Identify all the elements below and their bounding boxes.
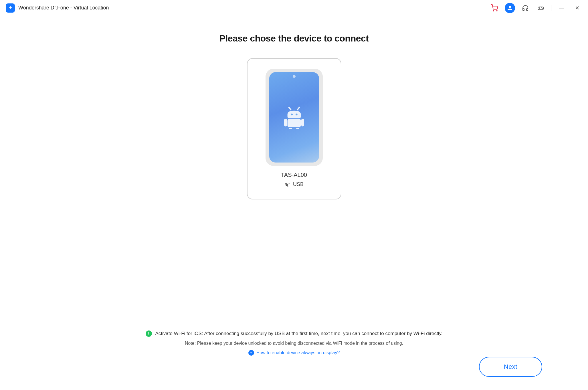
page-title: Please chose the device to connect — [219, 33, 369, 44]
titlebar-right: — ✕ — [489, 3, 582, 13]
user-icon — [507, 5, 513, 11]
device-name: TAS-AL00 — [281, 172, 307, 178]
phone-illustration — [266, 69, 323, 166]
wifi-notice-text: Activate Wi-Fi for iOS: After connecting… — [155, 331, 443, 336]
info-icon: ! — [146, 330, 152, 337]
cart-icon[interactable] — [489, 3, 500, 13]
titlebar-left: + Wondershare Dr.Fone - Virtual Location — [6, 3, 109, 13]
user-avatar[interactable] — [505, 3, 515, 13]
phone-screen — [269, 72, 319, 163]
phone-notch — [293, 75, 296, 78]
help-link-text: How to enable device always on display? — [256, 350, 340, 355]
svg-point-0 — [493, 10, 494, 11]
svg-point-9 — [291, 114, 293, 116]
svg-rect-15 — [296, 128, 299, 129]
info-section: ! Activate Wi-Fi for iOS: After connecti… — [94, 330, 494, 356]
android-robot-icon — [283, 106, 306, 129]
svg-line-7 — [289, 107, 291, 110]
app-title: Wondershare Dr.Fone - Virtual Location — [18, 5, 109, 11]
svg-rect-13 — [301, 119, 304, 126]
gamepad-icon[interactable] — [536, 3, 546, 13]
titlebar: + Wondershare Dr.Fone - Virtual Location — [0, 0, 588, 16]
app-logo: + — [6, 3, 15, 13]
note-text: Note: Please keep your device unlocked t… — [185, 341, 403, 346]
minimize-button[interactable]: — — [557, 3, 567, 13]
device-card[interactable]: TAS-AL00 USB — [247, 58, 341, 199]
svg-rect-11 — [287, 119, 301, 127]
headphone-icon[interactable] — [520, 3, 530, 13]
connection-type: USB — [284, 181, 304, 187]
svg-point-1 — [497, 10, 497, 11]
cart-svg — [491, 4, 498, 12]
svg-point-10 — [296, 114, 298, 116]
next-button[interactable]: Next — [479, 357, 542, 377]
gamepad-svg — [537, 5, 544, 11]
svg-rect-12 — [284, 119, 287, 126]
svg-point-4 — [542, 7, 542, 8]
svg-rect-6 — [538, 7, 544, 10]
connection-label: USB — [293, 181, 304, 187]
wifi-notice: ! Activate Wi-Fi for iOS: After connecti… — [146, 330, 443, 337]
svg-rect-14 — [289, 128, 292, 129]
separator — [551, 5, 551, 11]
main-content: Please chose the device to connect — [0, 16, 588, 390]
svg-point-5 — [542, 8, 543, 8]
svg-line-8 — [297, 107, 299, 110]
usb-icon — [284, 181, 291, 187]
help-link[interactable]: ? How to enable device always on display… — [248, 350, 340, 356]
headphone-svg — [522, 5, 529, 11]
question-icon: ? — [248, 350, 254, 356]
close-button[interactable]: ✕ — [572, 3, 582, 13]
